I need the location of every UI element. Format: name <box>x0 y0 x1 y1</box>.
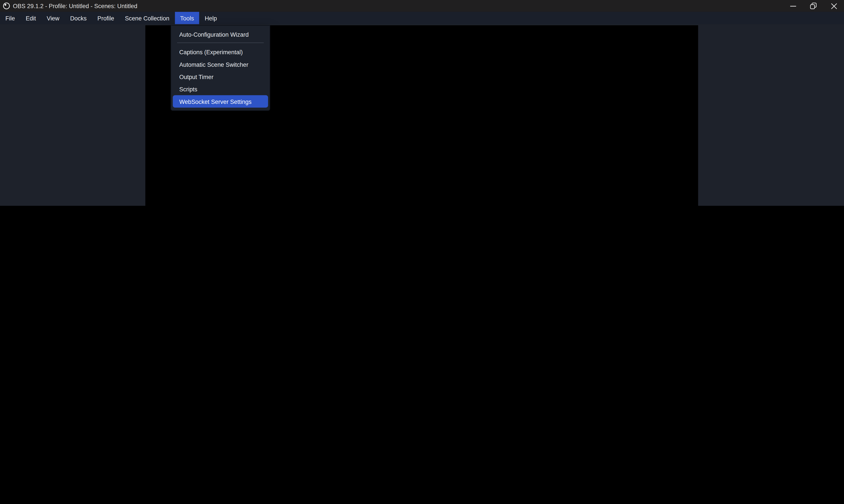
tools-dropdown-menu: Auto-Configuration Wizard Captions (Expe… <box>171 25 270 111</box>
tools-menu-item-output-timer[interactable]: Output Timer <box>173 71 268 83</box>
menu-edit[interactable]: Edit <box>20 12 41 24</box>
obs-logo-icon <box>3 2 10 10</box>
close-button[interactable] <box>824 0 844 12</box>
workspace: Auto-Configuration Wizard Captions (Expe… <box>0 24 844 206</box>
minimize-button[interactable] <box>783 0 803 12</box>
menu-docks[interactable]: Docks <box>65 12 92 24</box>
menu-help[interactable]: Help <box>199 12 222 24</box>
menu-tools[interactable]: Tools <box>175 12 199 24</box>
window-title: OBS 29.1.2 - Profile: Untitled - Scenes:… <box>13 3 137 9</box>
menu-bar: File Edit View Docks Profile Scene Colle… <box>0 12 844 24</box>
obs-window: OBS 29.1.2 - Profile: Untitled - Scenes:… <box>0 0 844 206</box>
menu-view[interactable]: View <box>41 12 65 24</box>
tools-menu-item-scripts[interactable]: Scripts <box>173 83 268 95</box>
tools-menu-item-auto-configuration-wizard[interactable]: Auto-Configuration Wizard <box>173 28 268 40</box>
tools-menu-item-websocket-server-settings[interactable]: WebSocket Server Settings <box>173 95 268 108</box>
tools-menu-item-automatic-scene-switcher[interactable]: Automatic Scene Switcher <box>173 58 268 71</box>
restore-button[interactable] <box>803 0 824 12</box>
menu-scene-collection[interactable]: Scene Collection <box>120 12 175 24</box>
window-controls <box>783 0 844 12</box>
tools-menu-item-captions[interactable]: Captions (Experimental) <box>173 46 268 58</box>
menu-separator <box>177 42 264 43</box>
menu-file[interactable]: File <box>0 12 20 24</box>
menu-profile[interactable]: Profile <box>92 12 120 24</box>
title-bar: OBS 29.1.2 - Profile: Untitled - Scenes:… <box>0 0 844 12</box>
